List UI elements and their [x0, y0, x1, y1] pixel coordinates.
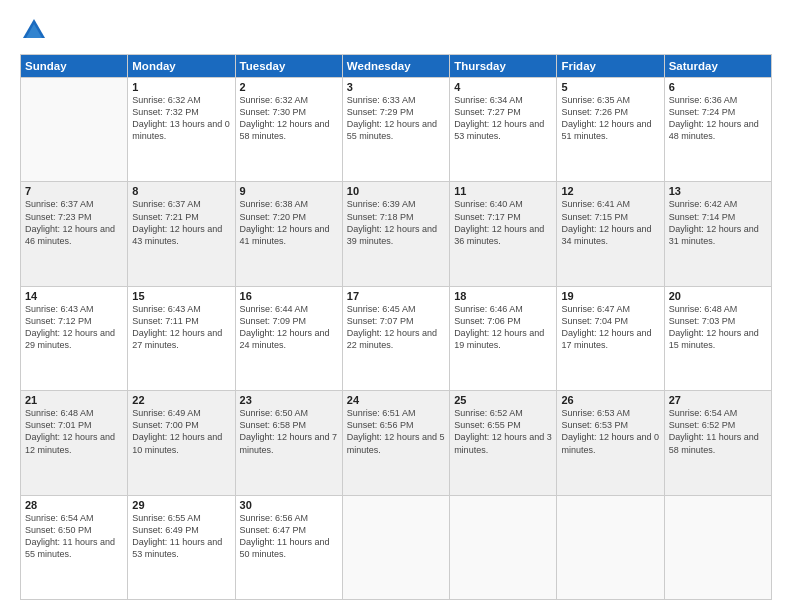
day-detail: Sunrise: 6:37 AMSunset: 7:23 PMDaylight:…	[25, 198, 123, 247]
calendar-cell: 21Sunrise: 6:48 AMSunset: 7:01 PMDayligh…	[21, 391, 128, 495]
day-number: 14	[25, 290, 123, 302]
calendar-cell: 7Sunrise: 6:37 AMSunset: 7:23 PMDaylight…	[21, 182, 128, 286]
day-number: 22	[132, 394, 230, 406]
day-number: 24	[347, 394, 445, 406]
calendar-week-4: 21Sunrise: 6:48 AMSunset: 7:01 PMDayligh…	[21, 391, 772, 495]
day-number: 11	[454, 185, 552, 197]
calendar-cell: 20Sunrise: 6:48 AMSunset: 7:03 PMDayligh…	[664, 286, 771, 390]
day-detail: Sunrise: 6:55 AMSunset: 6:49 PMDaylight:…	[132, 512, 230, 561]
calendar-header-friday: Friday	[557, 55, 664, 78]
day-number: 7	[25, 185, 123, 197]
calendar-cell: 8Sunrise: 6:37 AMSunset: 7:21 PMDaylight…	[128, 182, 235, 286]
day-number: 12	[561, 185, 659, 197]
calendar-header-wednesday: Wednesday	[342, 55, 449, 78]
day-detail: Sunrise: 6:46 AMSunset: 7:06 PMDaylight:…	[454, 303, 552, 352]
day-detail: Sunrise: 6:40 AMSunset: 7:17 PMDaylight:…	[454, 198, 552, 247]
calendar-header-tuesday: Tuesday	[235, 55, 342, 78]
calendar-cell	[342, 495, 449, 599]
calendar-week-3: 14Sunrise: 6:43 AMSunset: 7:12 PMDayligh…	[21, 286, 772, 390]
calendar-cell: 16Sunrise: 6:44 AMSunset: 7:09 PMDayligh…	[235, 286, 342, 390]
day-detail: Sunrise: 6:49 AMSunset: 7:00 PMDaylight:…	[132, 407, 230, 456]
day-detail: Sunrise: 6:36 AMSunset: 7:24 PMDaylight:…	[669, 94, 767, 143]
calendar-cell: 12Sunrise: 6:41 AMSunset: 7:15 PMDayligh…	[557, 182, 664, 286]
day-detail: Sunrise: 6:42 AMSunset: 7:14 PMDaylight:…	[669, 198, 767, 247]
calendar-cell: 30Sunrise: 6:56 AMSunset: 6:47 PMDayligh…	[235, 495, 342, 599]
day-detail: Sunrise: 6:37 AMSunset: 7:21 PMDaylight:…	[132, 198, 230, 247]
day-number: 26	[561, 394, 659, 406]
day-detail: Sunrise: 6:54 AMSunset: 6:50 PMDaylight:…	[25, 512, 123, 561]
calendar-cell: 5Sunrise: 6:35 AMSunset: 7:26 PMDaylight…	[557, 78, 664, 182]
day-number: 3	[347, 81, 445, 93]
day-number: 17	[347, 290, 445, 302]
day-detail: Sunrise: 6:44 AMSunset: 7:09 PMDaylight:…	[240, 303, 338, 352]
day-detail: Sunrise: 6:56 AMSunset: 6:47 PMDaylight:…	[240, 512, 338, 561]
day-number: 8	[132, 185, 230, 197]
day-number: 4	[454, 81, 552, 93]
day-number: 15	[132, 290, 230, 302]
calendar-cell: 18Sunrise: 6:46 AMSunset: 7:06 PMDayligh…	[450, 286, 557, 390]
calendar-cell: 24Sunrise: 6:51 AMSunset: 6:56 PMDayligh…	[342, 391, 449, 495]
calendar-cell: 22Sunrise: 6:49 AMSunset: 7:00 PMDayligh…	[128, 391, 235, 495]
day-number: 19	[561, 290, 659, 302]
calendar-cell: 2Sunrise: 6:32 AMSunset: 7:30 PMDaylight…	[235, 78, 342, 182]
calendar-cell: 14Sunrise: 6:43 AMSunset: 7:12 PMDayligh…	[21, 286, 128, 390]
day-number: 27	[669, 394, 767, 406]
calendar-week-1: 1Sunrise: 6:32 AMSunset: 7:32 PMDaylight…	[21, 78, 772, 182]
header	[20, 16, 772, 44]
day-number: 28	[25, 499, 123, 511]
day-number: 10	[347, 185, 445, 197]
calendar-cell: 15Sunrise: 6:43 AMSunset: 7:11 PMDayligh…	[128, 286, 235, 390]
logo	[20, 16, 52, 44]
calendar-cell: 1Sunrise: 6:32 AMSunset: 7:32 PMDaylight…	[128, 78, 235, 182]
day-number: 18	[454, 290, 552, 302]
calendar: SundayMondayTuesdayWednesdayThursdayFrid…	[20, 54, 772, 600]
day-number: 13	[669, 185, 767, 197]
day-number: 16	[240, 290, 338, 302]
calendar-cell: 3Sunrise: 6:33 AMSunset: 7:29 PMDaylight…	[342, 78, 449, 182]
day-number: 29	[132, 499, 230, 511]
calendar-cell	[450, 495, 557, 599]
day-detail: Sunrise: 6:43 AMSunset: 7:12 PMDaylight:…	[25, 303, 123, 352]
day-detail: Sunrise: 6:53 AMSunset: 6:53 PMDaylight:…	[561, 407, 659, 456]
day-number: 5	[561, 81, 659, 93]
calendar-cell: 25Sunrise: 6:52 AMSunset: 6:55 PMDayligh…	[450, 391, 557, 495]
calendar-cell: 4Sunrise: 6:34 AMSunset: 7:27 PMDaylight…	[450, 78, 557, 182]
day-detail: Sunrise: 6:45 AMSunset: 7:07 PMDaylight:…	[347, 303, 445, 352]
calendar-cell: 26Sunrise: 6:53 AMSunset: 6:53 PMDayligh…	[557, 391, 664, 495]
day-detail: Sunrise: 6:51 AMSunset: 6:56 PMDaylight:…	[347, 407, 445, 456]
calendar-header-saturday: Saturday	[664, 55, 771, 78]
day-detail: Sunrise: 6:33 AMSunset: 7:29 PMDaylight:…	[347, 94, 445, 143]
day-detail: Sunrise: 6:39 AMSunset: 7:18 PMDaylight:…	[347, 198, 445, 247]
day-detail: Sunrise: 6:54 AMSunset: 6:52 PMDaylight:…	[669, 407, 767, 456]
calendar-week-2: 7Sunrise: 6:37 AMSunset: 7:23 PMDaylight…	[21, 182, 772, 286]
calendar-cell	[664, 495, 771, 599]
day-detail: Sunrise: 6:38 AMSunset: 7:20 PMDaylight:…	[240, 198, 338, 247]
calendar-week-5: 28Sunrise: 6:54 AMSunset: 6:50 PMDayligh…	[21, 495, 772, 599]
calendar-cell: 19Sunrise: 6:47 AMSunset: 7:04 PMDayligh…	[557, 286, 664, 390]
calendar-cell: 28Sunrise: 6:54 AMSunset: 6:50 PMDayligh…	[21, 495, 128, 599]
calendar-cell: 13Sunrise: 6:42 AMSunset: 7:14 PMDayligh…	[664, 182, 771, 286]
day-detail: Sunrise: 6:35 AMSunset: 7:26 PMDaylight:…	[561, 94, 659, 143]
day-detail: Sunrise: 6:43 AMSunset: 7:11 PMDaylight:…	[132, 303, 230, 352]
day-detail: Sunrise: 6:47 AMSunset: 7:04 PMDaylight:…	[561, 303, 659, 352]
day-detail: Sunrise: 6:48 AMSunset: 7:01 PMDaylight:…	[25, 407, 123, 456]
calendar-header-monday: Monday	[128, 55, 235, 78]
calendar-cell: 29Sunrise: 6:55 AMSunset: 6:49 PMDayligh…	[128, 495, 235, 599]
calendar-header-sunday: Sunday	[21, 55, 128, 78]
calendar-cell: 10Sunrise: 6:39 AMSunset: 7:18 PMDayligh…	[342, 182, 449, 286]
calendar-cell: 6Sunrise: 6:36 AMSunset: 7:24 PMDaylight…	[664, 78, 771, 182]
day-number: 23	[240, 394, 338, 406]
day-number: 30	[240, 499, 338, 511]
calendar-cell	[21, 78, 128, 182]
day-detail: Sunrise: 6:52 AMSunset: 6:55 PMDaylight:…	[454, 407, 552, 456]
day-number: 2	[240, 81, 338, 93]
page: SundayMondayTuesdayWednesdayThursdayFrid…	[0, 0, 792, 612]
day-number: 21	[25, 394, 123, 406]
day-detail: Sunrise: 6:50 AMSunset: 6:58 PMDaylight:…	[240, 407, 338, 456]
calendar-cell: 9Sunrise: 6:38 AMSunset: 7:20 PMDaylight…	[235, 182, 342, 286]
day-detail: Sunrise: 6:34 AMSunset: 7:27 PMDaylight:…	[454, 94, 552, 143]
day-detail: Sunrise: 6:48 AMSunset: 7:03 PMDaylight:…	[669, 303, 767, 352]
calendar-header-thursday: Thursday	[450, 55, 557, 78]
logo-icon	[20, 16, 48, 44]
day-number: 9	[240, 185, 338, 197]
